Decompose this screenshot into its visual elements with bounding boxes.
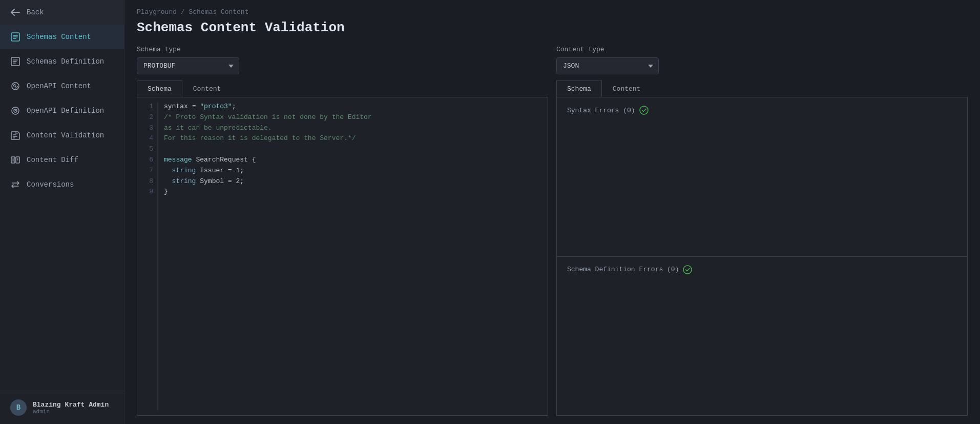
svg-point-3	[15, 86, 16, 87]
user-name: Blazing Kraft Admin	[33, 401, 109, 409]
schema-def-errors-label: Schema Definition Errors (0)	[567, 266, 679, 273]
syntax-errors-label: Syntax Errors (0)	[567, 107, 635, 114]
page-title: Schemas Content Validation	[137, 20, 968, 35]
user-info: Blazing Kraft Admin admin	[33, 401, 109, 415]
sidebar-user: B Blazing Kraft Admin admin	[0, 391, 124, 424]
avatar: B	[10, 399, 27, 416]
sidebar-item-content-diff[interactable]: Content Diff	[0, 148, 124, 172]
sidebar-item-label: Content Validation	[27, 131, 104, 139]
conversions-icon	[10, 179, 20, 190]
schema-def-errors-title: Schema Definition Errors (0)	[567, 265, 692, 274]
sidebar-item-openapi-content[interactable]: OpenAPI Content	[0, 74, 124, 98]
content-type-wrapper: Content type JSON AVRO PROTOBUF	[556, 46, 968, 80]
line-numbers: 1 2 3 4 5 6 7 8 9	[137, 102, 158, 411]
sidebar-item-conversions[interactable]: Conversions	[0, 172, 124, 197]
left-tabs: Schema Content	[137, 80, 548, 97]
syntax-errors-section: Syntax Errors (0)	[557, 97, 967, 257]
openapi-content-icon	[10, 81, 20, 91]
syntax-check-icon	[639, 106, 649, 115]
sidebar-item-label: Schemas Content	[27, 33, 91, 41]
user-role: admin	[33, 409, 109, 415]
sidebar-item-label: Schemas Definition	[27, 57, 104, 66]
svg-point-9	[640, 106, 648, 114]
error-panel: Syntax Errors (0) Schema Definition Erro…	[556, 97, 968, 416]
sidebar-item-label: Conversions	[27, 180, 74, 189]
sidebar: Back Schemas Content Schemas Definition	[0, 0, 124, 424]
content-type-select[interactable]: JSON AVRO PROTOBUF	[556, 57, 659, 74]
code-editor[interactable]: 1 2 3 4 5 6 7 8 9 syntax = "proto3"; /* …	[137, 97, 548, 416]
schema-type-select[interactable]: PROTOBUF AVRO JSON XML	[137, 57, 239, 74]
svg-point-10	[683, 266, 692, 274]
schemas-content-icon	[10, 32, 20, 42]
schema-def-check-icon	[683, 265, 692, 274]
svg-point-6	[15, 110, 16, 111]
left-column: Schema type PROTOBUF AVRO JSON XML Schem…	[137, 46, 548, 416]
tab-schema-right[interactable]: Schema	[556, 80, 602, 97]
schema-def-errors-section: Schema Definition Errors (0)	[557, 257, 967, 416]
content-validation-icon	[10, 130, 20, 140]
tab-schema-left[interactable]: Schema	[137, 80, 182, 97]
breadcrumb: Playground / Schemas Content	[137, 8, 968, 16]
sidebar-item-label: OpenAPI Definition	[27, 107, 104, 115]
schemas-definition-icon	[10, 56, 20, 67]
tab-content-left[interactable]: Content	[182, 80, 232, 97]
right-column: Content type JSON AVRO PROTOBUF Schema C…	[556, 46, 968, 416]
sidebar-item-label: Content Diff	[27, 156, 78, 164]
sidebar-item-label: OpenAPI Content	[27, 82, 91, 90]
sidebar-item-schemas-content[interactable]: Schemas Content	[0, 25, 124, 49]
main-content: Playground / Schemas Content Schemas Con…	[124, 0, 980, 424]
tab-content-right[interactable]: Content	[602, 80, 652, 97]
columns-layout: Schema type PROTOBUF AVRO JSON XML Schem…	[137, 46, 968, 416]
sidebar-item-content-validation[interactable]: Content Validation	[0, 123, 124, 148]
syntax-errors-title: Syntax Errors (0)	[567, 106, 649, 115]
code-content: syntax = "proto3"; /* Proto Syntax valid…	[158, 102, 378, 411]
schema-type-wrapper: Schema type PROTOBUF AVRO JSON XML	[137, 46, 548, 80]
sidebar-item-schemas-definition[interactable]: Schemas Definition	[0, 49, 124, 74]
right-tabs: Schema Content	[556, 80, 968, 97]
openapi-definition-icon	[10, 106, 20, 116]
back-label: Back	[27, 8, 44, 16]
sidebar-item-openapi-definition[interactable]: OpenAPI Definition	[0, 98, 124, 123]
back-icon	[10, 7, 20, 17]
content-type-label: Content type	[556, 46, 968, 53]
schema-type-label: Schema type	[137, 46, 548, 53]
content-diff-icon	[10, 155, 20, 165]
sidebar-back-button[interactable]: Back	[0, 0, 124, 25]
